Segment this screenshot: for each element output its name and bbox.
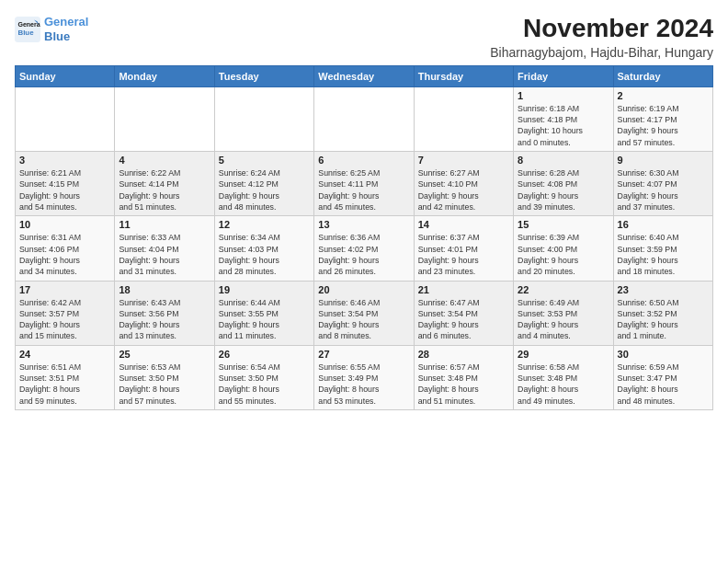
- calendar-cell: [115, 86, 214, 151]
- day-number: 15: [518, 219, 609, 230]
- day-number: 6: [318, 155, 409, 166]
- day-detail: Sunrise: 6:22 AMSunset: 4:14 PMDaylight:…: [119, 167, 210, 213]
- calendar-week-5: 24Sunrise: 6:51 AMSunset: 3:51 PMDayligh…: [16, 345, 713, 409]
- day-number: 14: [418, 219, 509, 230]
- calendar-cell: 27Sunrise: 6:55 AMSunset: 3:49 PMDayligh…: [314, 345, 414, 409]
- calendar-cell: 30Sunrise: 6:59 AMSunset: 3:47 PMDayligh…: [613, 345, 712, 409]
- calendar-cell: 13Sunrise: 6:36 AMSunset: 4:02 PMDayligh…: [314, 216, 414, 281]
- calendar-week-3: 10Sunrise: 6:31 AMSunset: 4:06 PMDayligh…: [16, 216, 713, 281]
- day-detail: Sunrise: 6:49 AMSunset: 3:53 PMDaylight:…: [518, 297, 609, 342]
- day-number: 22: [518, 284, 609, 295]
- weekday-header-wednesday: Wednesday: [314, 65, 414, 86]
- day-detail: Sunrise: 6:47 AMSunset: 3:54 PMDaylight:…: [418, 297, 509, 342]
- day-detail: Sunrise: 6:28 AMSunset: 4:08 PMDaylight:…: [518, 167, 609, 213]
- day-number: 19: [219, 284, 310, 295]
- day-number: 23: [618, 284, 709, 295]
- calendar-cell: 1Sunrise: 6:18 AMSunset: 4:18 PMDaylight…: [514, 86, 613, 151]
- calendar-cell: 7Sunrise: 6:27 AMSunset: 4:10 PMDaylight…: [414, 152, 513, 216]
- day-detail: Sunrise: 6:21 AMSunset: 4:15 PMDaylight:…: [19, 167, 110, 213]
- day-number: 7: [418, 155, 509, 166]
- day-detail: Sunrise: 6:37 AMSunset: 4:01 PMDaylight:…: [418, 232, 509, 277]
- calendar-cell: 10Sunrise: 6:31 AMSunset: 4:06 PMDayligh…: [16, 216, 115, 281]
- logo-text: General Blue: [44, 15, 88, 43]
- calendar-cell: 20Sunrise: 6:46 AMSunset: 3:54 PMDayligh…: [314, 281, 414, 345]
- day-number: 26: [219, 349, 310, 360]
- calendar-cell: 21Sunrise: 6:47 AMSunset: 3:54 PMDayligh…: [414, 281, 513, 345]
- title-block: November 2024 Biharnagybajom, Hajdu-Biha…: [490, 15, 713, 60]
- calendar-cell: [314, 86, 414, 151]
- day-number: 9: [618, 155, 709, 166]
- day-detail: Sunrise: 6:39 AMSunset: 4:00 PMDaylight:…: [518, 232, 609, 277]
- day-detail: Sunrise: 6:40 AMSunset: 3:59 PMDaylight:…: [618, 232, 709, 277]
- calendar-cell: 19Sunrise: 6:44 AMSunset: 3:55 PMDayligh…: [214, 281, 313, 345]
- subtitle: Biharnagybajom, Hajdu-Bihar, Hungary: [490, 45, 713, 60]
- calendar-week-4: 17Sunrise: 6:42 AMSunset: 3:57 PMDayligh…: [16, 281, 713, 345]
- day-number: 12: [219, 219, 310, 230]
- day-detail: Sunrise: 6:50 AMSunset: 3:52 PMDaylight:…: [618, 297, 709, 342]
- calendar-cell: 25Sunrise: 6:53 AMSunset: 3:50 PMDayligh…: [115, 345, 214, 409]
- day-number: 24: [19, 349, 110, 360]
- day-number: 1: [518, 90, 609, 101]
- calendar-cell: 4Sunrise: 6:22 AMSunset: 4:14 PMDaylight…: [115, 152, 214, 216]
- weekday-header-saturday: Saturday: [613, 65, 712, 86]
- calendar-cell: 8Sunrise: 6:28 AMSunset: 4:08 PMDaylight…: [514, 152, 613, 216]
- day-number: 25: [119, 349, 210, 360]
- day-detail: Sunrise: 6:57 AMSunset: 3:48 PMDaylight:…: [418, 362, 509, 407]
- day-number: 16: [618, 219, 709, 230]
- day-detail: Sunrise: 6:24 AMSunset: 4:12 PMDaylight:…: [219, 167, 310, 213]
- calendar-cell: 18Sunrise: 6:43 AMSunset: 3:56 PMDayligh…: [115, 281, 214, 345]
- weekday-header-row: SundayMondayTuesdayWednesdayThursdayFrid…: [16, 65, 713, 86]
- day-detail: Sunrise: 6:18 AMSunset: 4:18 PMDaylight:…: [518, 103, 609, 148]
- calendar-cell: 12Sunrise: 6:34 AMSunset: 4:03 PMDayligh…: [214, 216, 313, 281]
- day-detail: Sunrise: 6:51 AMSunset: 3:51 PMDaylight:…: [19, 362, 110, 407]
- day-number: 2: [618, 90, 709, 101]
- day-detail: Sunrise: 6:43 AMSunset: 3:56 PMDaylight:…: [119, 297, 210, 342]
- day-detail: Sunrise: 6:55 AMSunset: 3:49 PMDaylight:…: [318, 362, 409, 407]
- calendar-cell: 5Sunrise: 6:24 AMSunset: 4:12 PMDaylight…: [214, 152, 313, 216]
- calendar-cell: 11Sunrise: 6:33 AMSunset: 4:04 PMDayligh…: [115, 216, 214, 281]
- logo: General Blue General Blue: [15, 15, 88, 43]
- calendar-week-1: 1Sunrise: 6:18 AMSunset: 4:18 PMDaylight…: [16, 86, 713, 151]
- day-number: 21: [418, 284, 509, 295]
- day-number: 3: [19, 155, 110, 166]
- weekday-header-friday: Friday: [514, 65, 613, 86]
- calendar-cell: 24Sunrise: 6:51 AMSunset: 3:51 PMDayligh…: [16, 345, 115, 409]
- calendar-cell: [414, 86, 513, 151]
- day-detail: Sunrise: 6:42 AMSunset: 3:57 PMDaylight:…: [19, 297, 110, 342]
- calendar-table: SundayMondayTuesdayWednesdayThursdayFrid…: [15, 65, 713, 410]
- day-detail: Sunrise: 6:54 AMSunset: 3:50 PMDaylight:…: [219, 362, 310, 407]
- calendar-cell: 14Sunrise: 6:37 AMSunset: 4:01 PMDayligh…: [414, 216, 513, 281]
- calendar-cell: 9Sunrise: 6:30 AMSunset: 4:07 PMDaylight…: [613, 152, 712, 216]
- header: General Blue General Blue November 2024 …: [15, 15, 713, 60]
- weekday-header-thursday: Thursday: [414, 65, 513, 86]
- main-title: November 2024: [490, 15, 713, 43]
- svg-text:Blue: Blue: [18, 29, 35, 37]
- calendar-cell: 6Sunrise: 6:25 AMSunset: 4:11 PMDaylight…: [314, 152, 414, 216]
- calendar-cell: 15Sunrise: 6:39 AMSunset: 4:00 PMDayligh…: [514, 216, 613, 281]
- day-number: 20: [318, 284, 409, 295]
- calendar-cell: 3Sunrise: 6:21 AMSunset: 4:15 PMDaylight…: [16, 152, 115, 216]
- day-detail: Sunrise: 6:44 AMSunset: 3:55 PMDaylight:…: [219, 297, 310, 342]
- day-number: 18: [119, 284, 210, 295]
- calendar-cell: [16, 86, 115, 151]
- day-number: 11: [119, 219, 210, 230]
- page: General Blue General Blue November 2024 …: [0, 0, 728, 563]
- weekday-header-sunday: Sunday: [16, 65, 115, 86]
- day-detail: Sunrise: 6:19 AMSunset: 4:17 PMDaylight:…: [618, 103, 709, 148]
- calendar-week-2: 3Sunrise: 6:21 AMSunset: 4:15 PMDaylight…: [16, 152, 713, 216]
- calendar-cell: 17Sunrise: 6:42 AMSunset: 3:57 PMDayligh…: [16, 281, 115, 345]
- day-detail: Sunrise: 6:30 AMSunset: 4:07 PMDaylight:…: [618, 167, 709, 213]
- logo-line1: General: [44, 15, 88, 29]
- calendar-header: SundayMondayTuesdayWednesdayThursdayFrid…: [16, 65, 713, 86]
- day-number: 28: [418, 349, 509, 360]
- day-detail: Sunrise: 6:31 AMSunset: 4:06 PMDaylight:…: [19, 232, 110, 277]
- day-detail: Sunrise: 6:25 AMSunset: 4:11 PMDaylight:…: [318, 167, 409, 213]
- day-detail: Sunrise: 6:46 AMSunset: 3:54 PMDaylight:…: [318, 297, 409, 342]
- calendar-cell: 16Sunrise: 6:40 AMSunset: 3:59 PMDayligh…: [613, 216, 712, 281]
- day-detail: Sunrise: 6:58 AMSunset: 3:48 PMDaylight:…: [518, 362, 609, 407]
- calendar-cell: 23Sunrise: 6:50 AMSunset: 3:52 PMDayligh…: [613, 281, 712, 345]
- day-number: 5: [219, 155, 310, 166]
- calendar-cell: 28Sunrise: 6:57 AMSunset: 3:48 PMDayligh…: [414, 345, 513, 409]
- weekday-header-monday: Monday: [115, 65, 214, 86]
- day-number: 4: [119, 155, 210, 166]
